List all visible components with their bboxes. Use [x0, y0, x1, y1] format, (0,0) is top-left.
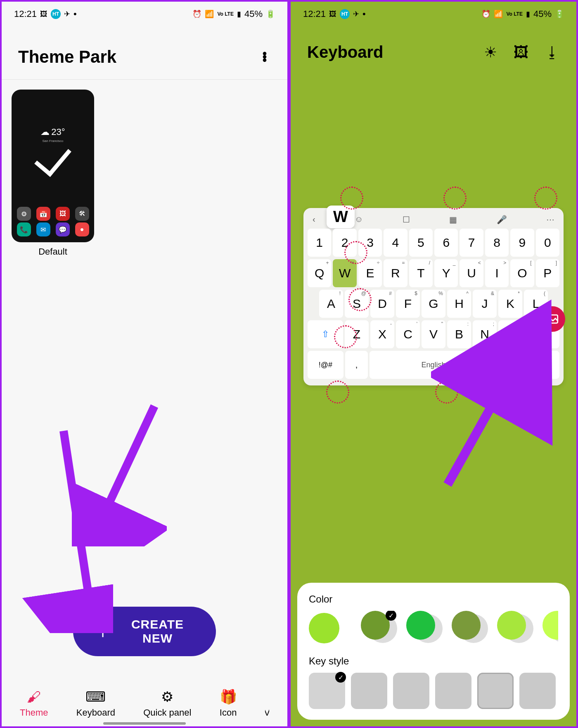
- key-0[interactable]: 0: [536, 229, 559, 257]
- toolbar-emoji-icon[interactable]: ☺: [355, 215, 363, 225]
- battery-text: 45%: [533, 9, 552, 19]
- page-title: Keyboard: [307, 43, 384, 61]
- key-2[interactable]: 2: [333, 229, 356, 257]
- key-r[interactable]: R=: [384, 259, 407, 287]
- color-swatch-1[interactable]: ✓: [361, 611, 396, 645]
- key-b[interactable]: B:: [447, 320, 471, 348]
- key-f[interactable]: F$: [396, 290, 420, 318]
- shift-key[interactable]: ⇧: [308, 320, 343, 348]
- color-swatch-0[interactable]: [309, 613, 339, 643]
- key-s[interactable]: S@: [345, 290, 369, 318]
- key-d[interactable]: D#: [370, 290, 394, 318]
- volte-icon: Vo LTE: [506, 11, 523, 17]
- color-swatch-2[interactable]: [406, 611, 441, 645]
- check-icon: ✓: [386, 611, 396, 621]
- alarm-icon: ⏰: [192, 9, 201, 19]
- toolbar-sticker-icon[interactable]: ☐: [403, 215, 410, 225]
- key-v[interactable]: V": [422, 320, 445, 348]
- annotation-dotted-circle: [534, 187, 557, 210]
- gallery-status-icon: 🖼: [40, 10, 47, 19]
- keyboard-row-numbers: 1234567890: [308, 229, 559, 257]
- nav-icon[interactable]: 🎁 Icon: [220, 688, 237, 718]
- keystyle-option-0[interactable]: ✓: [309, 673, 345, 709]
- color-swatch-3[interactable]: [452, 611, 486, 645]
- key-n[interactable]: N;: [473, 320, 497, 348]
- create-new-button[interactable]: ＋ CREATE NEW: [73, 607, 216, 656]
- nav-theme[interactable]: 🖌 Theme: [20, 689, 48, 718]
- brightness-icon[interactable]: ☀: [484, 44, 497, 61]
- gear-icon: ⚙: [161, 688, 173, 705]
- telegram-icon: ✈: [64, 9, 70, 19]
- color-swatch-4[interactable]: [497, 611, 532, 645]
- gallery-picker-button[interactable]: [540, 306, 565, 332]
- battery-text: 45%: [244, 9, 263, 19]
- annotation-arrow-2: [22, 427, 113, 633]
- toolbar-mic-icon[interactable]: 🎤: [497, 215, 507, 225]
- key-p[interactable]: P]: [536, 259, 559, 287]
- key-u[interactable]: U<: [460, 259, 483, 287]
- theme-card-default[interactable]: ☁ 23° San Francisco ⚙ 📅 🖼 🛠 📞 ✉ 💬 ● Defa…: [12, 90, 94, 257]
- key-popup: W: [327, 206, 355, 228]
- keystyle-option-2[interactable]: [393, 673, 429, 709]
- check-icon: ✓: [335, 672, 346, 683]
- svg-line-1: [64, 431, 92, 621]
- key-m[interactable]: M!: [498, 320, 522, 348]
- bottom-nav: 🖌 Theme ⌨ Keyboard ⚙ Quick panel 🎁 Icon …: [2, 683, 287, 721]
- keystyle-section-label: Key style: [309, 655, 558, 667]
- period-key[interactable]: .: [499, 351, 522, 379]
- key-3[interactable]: 3: [358, 229, 382, 257]
- key-i[interactable]: I>: [485, 259, 509, 287]
- key-z[interactable]: Z: [345, 320, 369, 348]
- key-y[interactable]: Y_: [434, 259, 458, 287]
- key-j[interactable]: J&: [473, 290, 497, 318]
- enter-key[interactable]: ↵: [524, 351, 559, 379]
- color-swatch-5[interactable]: [542, 611, 558, 645]
- key-h[interactable]: H^: [447, 290, 471, 318]
- key-q[interactable]: Q+: [308, 259, 331, 287]
- key-4[interactable]: 4: [384, 229, 407, 257]
- download-icon[interactable]: ⭳: [545, 44, 560, 61]
- symbol-key[interactable]: !@#: [308, 351, 343, 379]
- key-g[interactable]: G%: [422, 290, 445, 318]
- status-time: 12:21: [14, 9, 37, 19]
- key-a[interactable]: A!: [319, 290, 343, 318]
- key-1[interactable]: 1: [308, 229, 331, 257]
- color-section-label: Color: [309, 593, 558, 605]
- annotation-dotted-circle: [443, 187, 467, 210]
- keystyle-option-3[interactable]: [435, 673, 471, 709]
- app-header: Theme Park •••: [2, 26, 287, 79]
- key-e[interactable]: E÷: [358, 259, 382, 287]
- status-bar: 12:21 🖼 HT ✈ • ⏰ 📶 Vo LTE ▮ 45% 🔋: [291, 2, 576, 26]
- keyboard-preview: ‹ ☺ ☐ ▦ 🎤 ⋯ W 1234567890 Q+W×E÷R=T/Y_U<I…: [303, 208, 564, 385]
- color-swatches: ✓: [309, 611, 558, 645]
- keystyle-option-1[interactable]: [351, 673, 387, 709]
- key-c[interactable]: C': [396, 320, 420, 348]
- key-9[interactable]: 9: [510, 229, 534, 257]
- more-menu-button[interactable]: •••: [258, 52, 271, 62]
- toolbar-more-icon[interactable]: ⋯: [546, 215, 554, 225]
- keystyle-option-5[interactable]: [519, 673, 556, 709]
- image-icon[interactable]: 🖼: [514, 44, 528, 61]
- key-k[interactable]: K*: [498, 290, 522, 318]
- key-6[interactable]: 6: [434, 229, 458, 257]
- toolbar-gif-icon[interactable]: ▦: [449, 215, 457, 225]
- key-w[interactable]: W×: [333, 259, 356, 287]
- alarm-icon: ⏰: [481, 9, 490, 19]
- key-7[interactable]: 7: [460, 229, 483, 257]
- keystyle-option-4[interactable]: [477, 673, 514, 709]
- battery-icon: 🔋: [555, 9, 564, 19]
- space-key[interactable]: English: [370, 351, 497, 379]
- nav-quickpanel[interactable]: ⚙ Quick panel: [143, 688, 191, 718]
- key-t[interactable]: T/: [409, 259, 433, 287]
- nav-more[interactable]: V: [265, 707, 269, 718]
- toolbar-expand-icon[interactable]: ‹: [313, 215, 315, 225]
- key-x[interactable]: X-: [370, 320, 394, 348]
- nav-keyboard[interactable]: ⌨ Keyboard: [76, 688, 115, 718]
- battery-icon: 🔋: [266, 9, 275, 19]
- key-5[interactable]: 5: [409, 229, 433, 257]
- gesture-handle[interactable]: [103, 722, 186, 725]
- comma-key[interactable]: ,: [345, 351, 368, 379]
- svg-line-0: [97, 406, 154, 530]
- key-8[interactable]: 8: [485, 229, 509, 257]
- key-o[interactable]: O[: [510, 259, 534, 287]
